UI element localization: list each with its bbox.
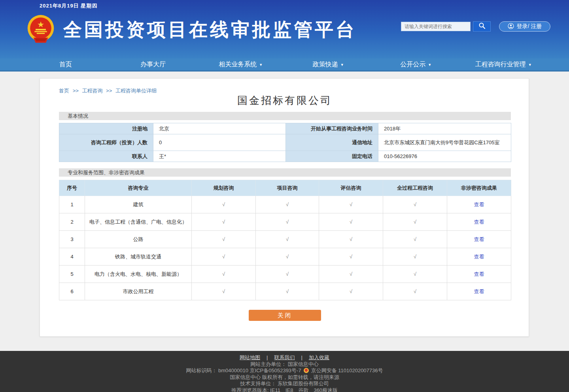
row-specialty: 电力（含火电、水电、核电、新能源） <box>85 266 192 283</box>
view-link[interactable]: 查看 <box>474 219 484 225</box>
field-label: 通信地址 <box>286 134 378 151</box>
nav-item-consulting-industry[interactable]: 工程咨询行业管理 ▼ <box>460 58 548 70</box>
nav-item-service-hall[interactable]: 办事大厅 <box>110 58 197 70</box>
row-specialty: 建筑 <box>85 196 192 213</box>
page-root: 2021年8月19日 星期四 ★ 全国投资项目在线审批监管平台 <box>0 0 569 392</box>
footer-tech-support: 技术支持单位： 东软集团股份有限公司 <box>240 381 329 387</box>
check-cell: √ <box>383 266 447 283</box>
row-no: 4 <box>59 248 85 266</box>
field-value: 2018年 <box>378 123 511 134</box>
col-header: 序号 <box>59 180 85 196</box>
field-value: 王* <box>153 151 286 162</box>
view-link[interactable]: 查看 <box>474 271 484 277</box>
view-link[interactable]: 查看 <box>474 202 484 207</box>
table-row: 2 电子、信息工程（含通信、广电、信息化） √ √ √ √ 查看 <box>59 213 511 231</box>
field-label: 咨询工程师（投资）人数 <box>59 134 153 151</box>
field-value: 北京市东城区东直门南大街9号华普花园C座1705室 <box>378 134 511 151</box>
current-date: 2021年8月19日 星期四 <box>40 2 97 9</box>
table-row: 6 市政公用工程 √ √ √ √ 查看 <box>59 283 511 300</box>
col-header: 项目咨询 <box>256 180 319 196</box>
user-icon <box>508 23 514 30</box>
field-value: 北京 <box>153 123 286 134</box>
nav-item-related-systems[interactable]: 相关业务系统 ▼ <box>197 58 285 70</box>
svg-text:★: ★ <box>37 20 44 29</box>
footer-copyright: 国家信息中心 版权所有，如需转载，请注明来源 <box>230 374 339 381</box>
col-header: 评估咨询 <box>319 180 383 196</box>
chevron-down-icon: ▼ <box>340 62 344 67</box>
breadcrumb-separator: >> <box>106 88 112 94</box>
col-header: 咨询专业 <box>85 180 192 196</box>
services-table-body: 1 建筑 √ √ √ √ 查看 2 电子、信息工程（含通信、广电、信息化） √ … <box>59 196 511 300</box>
view-link[interactable]: 查看 <box>474 254 484 260</box>
check-cell: √ <box>319 231 383 248</box>
row-specialty: 铁路、城市轨道交通 <box>85 248 192 266</box>
chevron-down-icon: ▼ <box>428 62 431 67</box>
nav-item-label: 公开公示 <box>400 60 425 69</box>
login-register-button[interactable]: 登录/ 注册 <box>499 21 550 32</box>
check-cell: √ <box>319 213 383 231</box>
row-no: 1 <box>59 196 85 213</box>
basic-row: 注册地 北京 开始从事工程咨询业务时间 2018年 <box>59 123 511 134</box>
check-cell: √ <box>383 248 447 266</box>
row-no: 5 <box>59 266 85 283</box>
view-link[interactable]: 查看 <box>474 288 484 294</box>
site-footer: 网站地图 | 联系我们 | 加入收藏 网站主办单位： 国家信息中心 网站标识码：… <box>0 351 569 392</box>
footer-site-code-line: 网站标识码： bm04000010 京ICP备05052393号-7 京公网安备… <box>186 368 383 374</box>
basic-row: 咨询工程师（投资）人数 0 通信地址 北京市东城区东直门南大街9号华普花园C座1… <box>59 134 511 151</box>
table-row: 1 建筑 √ √ √ √ 查看 <box>59 196 511 213</box>
breadcrumb-home[interactable]: 首页 <box>59 88 69 94</box>
check-cell: √ <box>383 196 447 213</box>
nav-item-public-notice[interactable]: 公开公示 ▼ <box>372 58 460 70</box>
check-cell: √ <box>319 283 383 300</box>
view-link[interactable]: 查看 <box>474 236 484 242</box>
nav-item-label: 相关业务系统 <box>219 60 257 69</box>
table-row: 5 电力（含火电、水电、核电、新能源） √ √ √ √ 查看 <box>59 266 511 283</box>
field-label: 开始从事工程咨询业务时间 <box>286 123 378 134</box>
site-header: 2021年8月19日 星期四 ★ 全国投资项目在线审批监管平台 <box>0 0 569 58</box>
table-row: 4 铁路、城市轨道交通 √ √ √ √ 查看 <box>59 248 511 266</box>
row-specialty: 公路 <box>85 231 192 248</box>
check-cell: √ <box>319 266 383 283</box>
nav-item-label: 政策快递 <box>313 60 338 69</box>
search-icon <box>478 22 486 31</box>
breadcrumb-unit-detail[interactable]: 工程咨询单位详细 <box>115 88 157 94</box>
check-cell: √ <box>192 196 256 213</box>
check-cell: √ <box>256 283 319 300</box>
close-button[interactable]: 关闭 <box>249 310 321 321</box>
check-cell: √ <box>383 231 447 248</box>
row-specialty: 市政公用工程 <box>85 283 192 300</box>
chevron-down-icon: ▼ <box>259 62 263 67</box>
national-emblem-icon: ★ <box>26 14 55 45</box>
check-cell: √ <box>192 231 256 248</box>
check-cell: √ <box>192 283 256 300</box>
breadcrumb-consulting[interactable]: 工程咨询 <box>82 88 102 94</box>
footer-link-contact[interactable]: 联系我们 <box>274 354 295 361</box>
field-value: 010-56226976 <box>378 151 511 162</box>
login-register-label: 登录/ 注册 <box>517 23 542 30</box>
check-cell: √ <box>319 196 383 213</box>
nav-item-label: 首页 <box>59 60 72 69</box>
services-table: 序号 咨询专业 规划咨询 项目咨询 评估咨询 全过程工程咨询 非涉密咨询成果 1… <box>59 180 511 300</box>
row-no: 3 <box>59 231 85 248</box>
nav-item-label: 办事大厅 <box>140 60 166 69</box>
col-header: 全过程工程咨询 <box>383 180 447 196</box>
footer-link-favorite[interactable]: 加入收藏 <box>309 354 329 361</box>
check-cell: √ <box>383 213 447 231</box>
section-basic-info-title: 基本情况 <box>59 112 511 120</box>
check-cell: √ <box>192 248 256 266</box>
field-value: 0 <box>153 134 286 151</box>
nav-item-policy-express[interactable]: 政策快递 ▼ <box>285 58 372 70</box>
nav-item-home[interactable]: 首页 <box>22 58 110 70</box>
search-input[interactable] <box>401 22 471 31</box>
nav-item-label: 工程咨询行业管理 <box>475 60 526 69</box>
chevron-down-icon: ▼ <box>528 62 532 67</box>
check-cell: √ <box>192 266 256 283</box>
section-services-title: 专业和服务范围、非涉密咨询成果 <box>59 168 511 177</box>
footer-link-sitemap[interactable]: 网站地图 <box>240 354 260 361</box>
footer-links: 网站地图 | 联系我们 | 加入收藏 <box>240 354 329 361</box>
search-button[interactable] <box>473 21 491 32</box>
check-cell: √ <box>192 213 256 231</box>
footer-police-line: 京公网安备 11010202007736号 <box>311 368 383 374</box>
check-cell: √ <box>256 213 319 231</box>
col-header: 非涉密咨询成果 <box>447 180 511 196</box>
